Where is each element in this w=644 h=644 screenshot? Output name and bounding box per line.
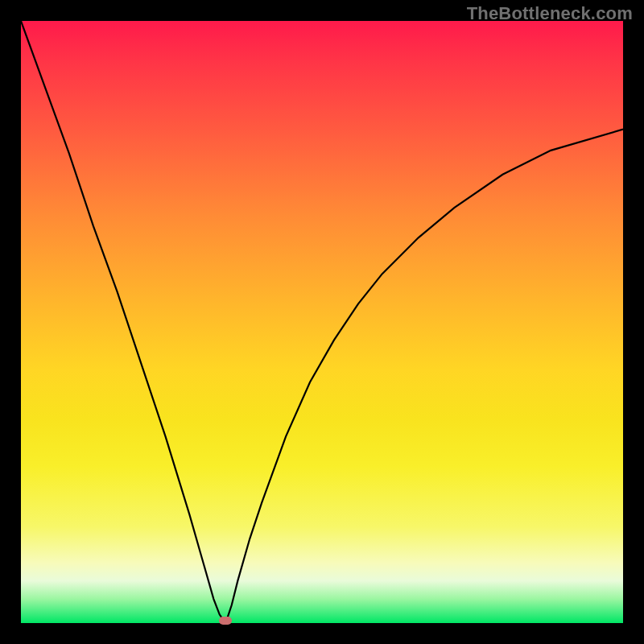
- chart-plot-area: [21, 21, 623, 623]
- curve-right-branch: [225, 130, 623, 623]
- watermark-text: TheBottleneck.com: [467, 3, 633, 24]
- bottleneck-curve: [21, 21, 623, 623]
- curve-left-branch: [21, 21, 225, 623]
- optimum-marker: [219, 617, 232, 625]
